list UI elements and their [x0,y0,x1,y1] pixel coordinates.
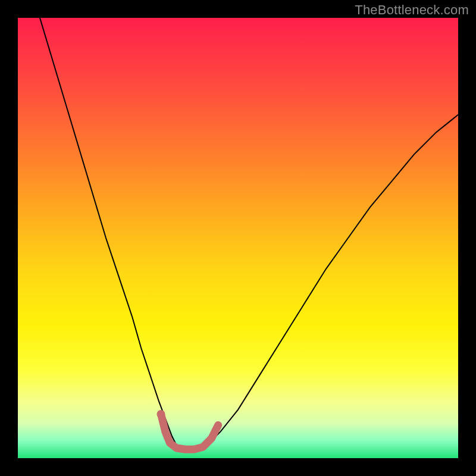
curve-layer [18,18,458,458]
bottleneck-curve [40,18,458,449]
chart-frame: TheBottleneck.com [0,0,476,476]
plot-area [18,18,458,458]
optimal-highlight [161,414,218,449]
highlight-dot [157,410,165,418]
watermark-text: TheBottleneck.com [355,2,469,18]
